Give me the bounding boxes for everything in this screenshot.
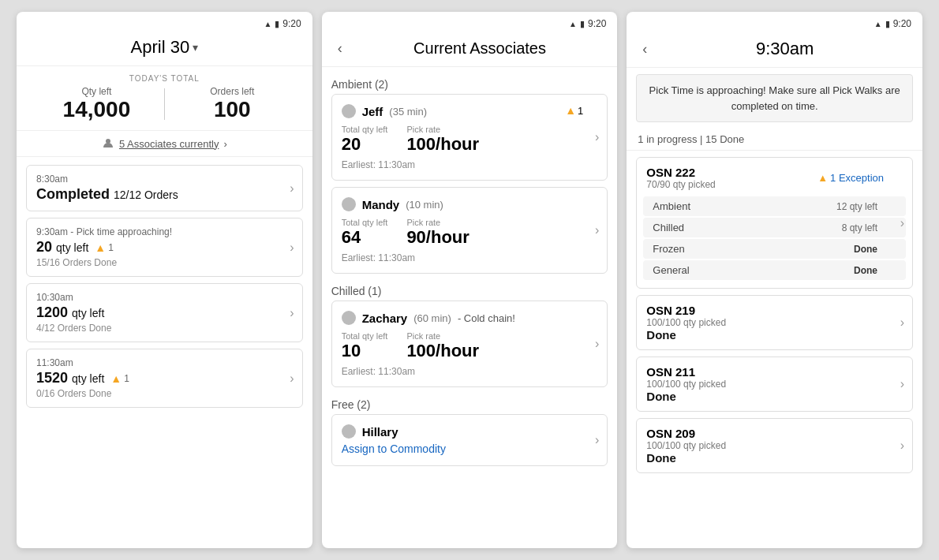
commodity-chilled: Chilled 8 qty left [643, 218, 906, 237]
date-title[interactable]: April 30 ▾ [131, 37, 199, 58]
slot-2-status: 1200 qty left [36, 304, 293, 321]
assign-to-commodity-link[interactable]: Assign to Commodity [342, 442, 446, 455]
osn-card-211[interactable]: OSN 211 100/100 qty picked Done › [636, 357, 913, 412]
osn-222-arrow: › [900, 216, 904, 230]
jeff-earliest: Earliest: 11:30am [342, 159, 598, 170]
status-time-1: 9:20 [282, 18, 301, 29]
alert-banner: Pick Time is approaching! Make sure all … [636, 74, 913, 122]
zachary-stats: Total qty left 10 Pick rate 100/hour [342, 331, 598, 361]
osn-211-status: Done [646, 390, 884, 403]
zachary-arrow: › [595, 337, 599, 351]
screen1-header: April 30 ▾ [17, 32, 312, 66]
slot-0-time: 8:30am [36, 174, 293, 185]
alert-text: Pick Time is approaching! Make sure all … [649, 84, 900, 112]
mandy-arrow: › [595, 223, 599, 237]
warn-triangle-3: ▲ [110, 372, 122, 385]
zachary-qty-group: Total qty left 10 [342, 331, 388, 361]
screen3-back-button[interactable]: ‹ [638, 39, 652, 59]
slot-0-extra: 12/12 Orders [114, 189, 178, 201]
osn-222-exception[interactable]: ▲ 1 Exception [817, 172, 884, 184]
status-bar-2: 9:20 [322, 12, 618, 32]
jeff-qty-label: Total qty left [342, 125, 388, 134]
battery-icon-3 [885, 18, 890, 29]
associates-link-section[interactable]: 5 Associates currently › [17, 131, 312, 157]
osn-219-status: Done [646, 328, 884, 342]
osn-209-status: Done [646, 451, 884, 465]
person-icon [102, 137, 114, 150]
slot-3-qty-label: qty left [72, 372, 104, 385]
battery-icon-2 [580, 18, 585, 29]
date-dropdown-arrow[interactable]: ▾ [193, 41, 198, 54]
osn-209-arrow: › [900, 439, 904, 453]
mandy-qty-label: Total qty left [342, 218, 388, 227]
mandy-qty-value: 64 [342, 227, 388, 248]
mandy-name: Mandy [362, 198, 400, 211]
zachary-qty-value: 10 [342, 341, 388, 361]
time-slot-card-1[interactable]: 9:30am - Pick time approaching! 20 qty l… [26, 218, 303, 277]
slot-2-arrow: › [290, 306, 294, 320]
osn-219-arrow: › [900, 315, 904, 330]
time-slot-card-2[interactable]: 10:30am 1200 qty left 4/12 Orders Done › [26, 283, 303, 342]
associates-link-text[interactable]: 5 Associates currently [119, 138, 219, 150]
totals-row: Qty left 14,000 Orders left 100 [29, 86, 300, 122]
exception-link-text[interactable]: 1 Exception [830, 172, 884, 184]
screen3-header: ‹ 9:30am [627, 32, 922, 68]
slot-3-sub: 0/16 Orders Done [36, 388, 293, 399]
screen2-header: ‹ Current Associates [322, 32, 618, 67]
frozen-label: Frozen [653, 243, 684, 255]
osn-211-arrow: › [900, 377, 904, 391]
commodity-ambient: Ambient 12 qty left [643, 196, 906, 216]
zachary-qty-label: Total qty left [342, 331, 388, 341]
zachary-name: Zachary [362, 312, 408, 325]
wifi-icon-2 [569, 18, 577, 29]
slot-0-arrow: › [290, 181, 294, 196]
osn-222-commodities: Ambient 12 qty left Chilled 8 qty left F… [637, 193, 912, 288]
zachary-header: Zachary (60 min) - Cold chain! [342, 311, 598, 325]
todays-total-label: TODAY'S TOTAL [29, 74, 300, 83]
osn-209-qty: 100/100 qty picked [646, 440, 884, 451]
jeff-warning: ▲1 [565, 104, 583, 117]
screen2-title: Current Associates [354, 39, 607, 58]
free-card-hillary[interactable]: Hillary Assign to Commodity › [331, 414, 608, 466]
orders-left-item: Orders left 100 [165, 86, 300, 122]
mandy-stats: Total qty left 64 Pick rate 90/hour [342, 218, 598, 248]
exception-warn-triangle: ▲ [817, 172, 828, 184]
time-slot-card-3[interactable]: 11:30am 1520 qty left ▲1 0/16 Orders Don… [26, 349, 303, 408]
ambient-label: Ambient [653, 200, 690, 212]
osn-card-222[interactable]: OSN 222 70/90 qty picked ▲ 1 Exception A… [636, 157, 913, 289]
slot-2-sub: 4/12 Orders Done [36, 323, 293, 334]
osn-222-qty: 70/90 qty picked [646, 179, 715, 190]
slot-1-qty-label: qty left [56, 241, 88, 254]
slot-0-status: Completed 12/12 Orders [36, 186, 293, 203]
screen2-back-button[interactable]: ‹ [333, 39, 347, 58]
status-time-3: 9:20 [893, 18, 911, 29]
screen-3: 9:20 ‹ 9:30am Pick Time is approaching! … [627, 12, 922, 548]
mandy-qty-group: Total qty left 64 [342, 218, 388, 248]
status-bar-3: 9:20 [627, 12, 922, 32]
jeff-rate-group: Pick rate 100/hour [406, 125, 479, 155]
associate-card-jeff[interactable]: Jeff (35 min) Total qty left 20 Pick rat… [331, 94, 608, 181]
chilled-label-text: Chilled [653, 222, 684, 233]
time-slot-card-0[interactable]: 8:30am Completed 12/12 Orders › [26, 165, 303, 211]
mandy-rate-value: 90/hour [406, 227, 469, 248]
jeff-name: Jeff [362, 105, 383, 118]
associate-card-mandy[interactable]: Mandy (10 min) Total qty left 64 Pick ra… [331, 187, 608, 274]
associates-link-arrow: › [223, 138, 226, 150]
ambient-section-label: Ambient (2) [331, 73, 608, 94]
osn-card-209[interactable]: OSN 209 100/100 qty picked Done › [636, 418, 913, 473]
commodity-frozen: Frozen Done [643, 239, 906, 259]
osn-card-219[interactable]: OSN 219 100/100 qty picked Done › [636, 295, 913, 350]
status-icons-2: 9:20 [569, 18, 606, 29]
frozen-status: Done [854, 244, 877, 255]
associates-list: Ambient (2) Jeff (35 min) Total qty left… [322, 67, 618, 548]
warn-triangle-1: ▲ [95, 241, 106, 254]
osn-209-number: OSN 209 [646, 427, 884, 440]
mandy-header: Mandy (10 min) [342, 197, 598, 211]
orders-left-sublabel: Orders left [165, 86, 300, 97]
screen-1: 9:20 April 30 ▾ TODAY'S TOTAL Qty left 1… [17, 12, 312, 548]
associate-card-zachary[interactable]: Zachary (60 min) - Cold chain! Total qty… [331, 301, 608, 387]
qty-left-sublabel: Qty left [29, 86, 164, 97]
qty-left-value: 14,000 [29, 97, 164, 122]
osn-list: OSN 222 70/90 qty picked ▲ 1 Exception A… [627, 151, 922, 548]
slot-3-warning: ▲1 [110, 372, 129, 385]
